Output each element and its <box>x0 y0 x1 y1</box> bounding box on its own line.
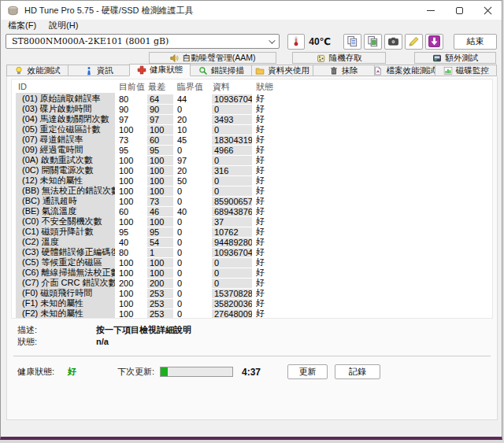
column-header-3[interactable]: 臨界值 <box>175 81 210 93</box>
health-footer: 健康狀態: 好 下次更新: 4:37 更新 記錄 <box>17 364 493 379</box>
drive-selector-dropdown[interactable]: ST8000NM000A-2KE101 (8001 gB) <box>6 34 280 49</box>
column-header-0[interactable]: ID <box>12 82 117 91</box>
tab-error-scan[interactable]: 錯誤掃描 <box>190 65 252 76</box>
copy-text-icon <box>346 35 358 47</box>
cell-current: 200 <box>117 279 146 288</box>
cell-current: 95 <box>117 146 146 155</box>
cell-threshold: 0 <box>175 105 210 114</box>
folder-icon <box>255 66 265 76</box>
cell-threshold: 44 <box>175 94 210 104</box>
exit-button[interactable]: 結束 <box>454 34 497 50</box>
maximize-button[interactable] <box>445 1 473 20</box>
progress-fill <box>161 367 168 376</box>
column-header-1[interactable]: 目前值 <box>117 81 146 93</box>
tab-label: 自動噪聲管理(AAM) <box>183 53 256 64</box>
tab-extra-tests[interactable]: 額外測試 <box>414 52 496 64</box>
column-header-2[interactable]: 最差 <box>146 81 175 93</box>
column-header-5[interactable]: 狀態 <box>254 81 492 93</box>
tab-info[interactable]: 資訊 <box>68 65 130 76</box>
tab-label: 抹除 <box>342 65 358 76</box>
cell-worst: 100 <box>146 268 175 278</box>
cell-worst: 90 <box>146 105 175 114</box>
cell-threshold: 0 <box>175 217 210 227</box>
countdown-value: 4:37 <box>242 367 269 378</box>
save-pencil-icon <box>408 35 420 47</box>
cell-data: 0 <box>210 268 254 278</box>
cell-current: 95 <box>117 227 146 237</box>
tab-random-access[interactable]: 隨機存取 <box>292 52 387 64</box>
description-label: 描述: <box>17 324 96 336</box>
copy-text-button[interactable] <box>343 34 361 50</box>
tab-label: 隨機存取 <box>329 53 362 64</box>
cell-threshold: 20 <box>175 115 210 124</box>
copy-image-button[interactable] <box>364 34 382 50</box>
cell-worst: 95 <box>146 227 175 237</box>
thermometer-icon <box>291 35 302 47</box>
cell-data: 10762 <box>210 227 254 237</box>
cell-worst: 100 <box>146 166 175 175</box>
table-row[interactable]: (F2) 未知的屬性100253027648009...好 <box>12 308 492 319</box>
tab-benchmark[interactable]: 效能測試 <box>6 65 69 76</box>
cell-threshold: 97 <box>175 156 210 165</box>
cell-data: 109367040 <box>210 248 254 257</box>
smart-attributes-table: ID目前值最差臨界值資料狀態 (01) 原始讀取錯誤率8064441093670… <box>11 79 493 319</box>
screenshot-camera-button[interactable] <box>384 34 402 50</box>
cell-data: 94489280... <box>210 238 254 247</box>
tab-label: 額外測試 <box>445 53 478 64</box>
cell-threshold: 0 <box>175 268 210 278</box>
cell-id: (F2) 未知的屬性 <box>12 308 117 319</box>
cell-worst: 1 <box>146 248 175 257</box>
update-button[interactable]: 更新 <box>287 364 328 379</box>
next-update-progress-bar <box>160 367 233 377</box>
cell-worst: 100 <box>146 156 175 165</box>
temperature-button[interactable] <box>287 34 305 50</box>
bulb-icon <box>14 66 24 76</box>
save-pencil-button[interactable] <box>405 34 423 50</box>
minimize-icon <box>427 10 435 11</box>
cell-worst: 100 <box>146 125 175 135</box>
tab-disk-monitor[interactable]: 磁碟監控 <box>435 65 497 76</box>
cell-current: 100 <box>117 125 146 135</box>
cell-worst: 100 <box>146 186 175 196</box>
cell-threshold: 0 <box>175 238 210 247</box>
file-bench-icon <box>374 66 384 76</box>
log-button[interactable]: 記錄 <box>335 364 380 379</box>
minimize-button[interactable] <box>417 1 445 20</box>
cell-current: 100 <box>117 217 146 227</box>
cell-data: 15370828... <box>210 289 254 298</box>
tab-erase[interactable]: 抹除 <box>313 65 375 76</box>
cell-current: 100 <box>117 289 146 298</box>
table-body: (01) 原始讀取錯誤率806444109367040好(03) 碟片啟動時間9… <box>12 94 492 319</box>
update-download-button[interactable] <box>425 34 443 50</box>
cell-worst: 100 <box>146 176 175 186</box>
close-button[interactable] <box>473 1 502 20</box>
cell-data: 0 <box>210 125 254 135</box>
tab-health[interactable]: 健康狀態 <box>129 64 191 76</box>
cell-threshold: 45 <box>175 135 210 145</box>
cell-worst: 73 <box>146 197 175 206</box>
title-bar: HD Tune Pro 5.75 - 硬碟/SSD 檢測維護工具 <box>1 1 502 20</box>
status-label: 狀態: <box>17 336 96 348</box>
tab-folder-usage[interactable]: 資料夾使用 <box>251 65 313 76</box>
cell-current: 90 <box>117 105 146 114</box>
tab-file-benchmark[interactable]: 檔案效能測試 <box>374 65 436 76</box>
cell-threshold: 0 <box>175 289 210 298</box>
menu-help[interactable]: 說明(H) <box>49 20 78 31</box>
tab-label: 資料夾使用 <box>268 65 309 76</box>
cell-data: 0 <box>210 186 254 196</box>
cell-data: 689438760 <box>210 207 254 216</box>
menu-bar: 檔案(F) 說明(H) <box>1 20 502 31</box>
extra-test-icon <box>432 54 442 63</box>
tab-aam[interactable]: 自動噪聲管理(AAM) <box>149 52 276 64</box>
cell-worst: 46 <box>146 207 175 216</box>
health-status-badge: 好 <box>68 366 117 378</box>
column-header-4[interactable]: 資料 <box>210 81 254 93</box>
menu-file[interactable]: 檔案(F) <box>8 20 36 31</box>
cell-worst: 100 <box>146 258 175 268</box>
cell-worst: 95 <box>146 146 175 155</box>
tab-strip-spacer <box>276 63 292 64</box>
cell-threshold: 0 <box>175 279 210 288</box>
cell-worst: 97 <box>146 115 175 124</box>
cell-threshold: 50 <box>175 176 210 186</box>
cell-threshold: 0 <box>175 146 210 155</box>
